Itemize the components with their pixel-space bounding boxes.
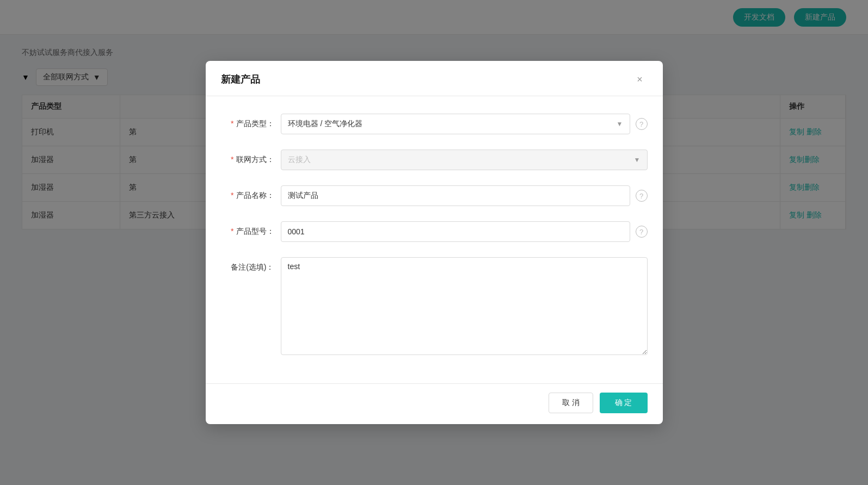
- product-model-help-icon[interactable]: ?: [636, 226, 648, 238]
- confirm-button[interactable]: 确 定: [600, 393, 648, 413]
- network-type-label: *联网方式：: [221, 150, 281, 169]
- product-model-control-wrap: ?: [281, 221, 648, 242]
- remark-label: 备注(选填)：: [221, 257, 281, 277]
- modal-footer: 取 消 确 定: [206, 383, 663, 424]
- product-name-control-wrap: ?: [281, 185, 648, 206]
- product-model-label: *产品型号：: [221, 221, 281, 241]
- product-name-input[interactable]: [281, 185, 630, 206]
- form-item-network-type: *联网方式： 云接入 ▼: [221, 150, 648, 170]
- product-name-label: *产品名称：: [221, 185, 281, 205]
- product-type-label: *产品类型：: [221, 114, 281, 133]
- product-type-chevron-icon: ▼: [617, 120, 623, 128]
- modal-header: 新建产品 ×: [206, 61, 663, 96]
- cancel-button[interactable]: 取 消: [549, 393, 593, 413]
- remark-textarea[interactable]: test: [281, 257, 648, 355]
- new-product-modal: 新建产品 × *产品类型： 环境电器 / 空气净化器 ▼ ?: [206, 61, 663, 424]
- product-model-input[interactable]: [281, 221, 630, 242]
- product-type-help-icon[interactable]: ?: [636, 118, 648, 130]
- modal-overlay: 新建产品 × *产品类型： 环境电器 / 空气净化器 ▼ ?: [0, 0, 868, 485]
- network-type-select: 云接入 ▼: [281, 150, 648, 170]
- product-type-select[interactable]: 环境电器 / 空气净化器 ▼: [281, 114, 630, 134]
- modal-title: 新建产品: [221, 73, 260, 86]
- remark-control-wrap: test: [281, 257, 648, 355]
- product-type-control-wrap: 环境电器 / 空气净化器 ▼ ?: [281, 114, 648, 134]
- product-name-help-icon[interactable]: ?: [636, 190, 648, 202]
- modal-body: *产品类型： 环境电器 / 空气净化器 ▼ ? *联网方式： 云接入: [206, 96, 663, 383]
- network-type-control-wrap: 云接入 ▼: [281, 150, 648, 170]
- form-item-product-type: *产品类型： 环境电器 / 空气净化器 ▼ ?: [221, 114, 648, 134]
- form-item-product-name: *产品名称： ?: [221, 185, 648, 206]
- form-item-product-model: *产品型号： ?: [221, 221, 648, 242]
- network-type-chevron-icon: ▼: [634, 156, 641, 164]
- modal-close-button[interactable]: ×: [632, 72, 648, 87]
- form-item-remark: 备注(选填)： test: [221, 257, 648, 355]
